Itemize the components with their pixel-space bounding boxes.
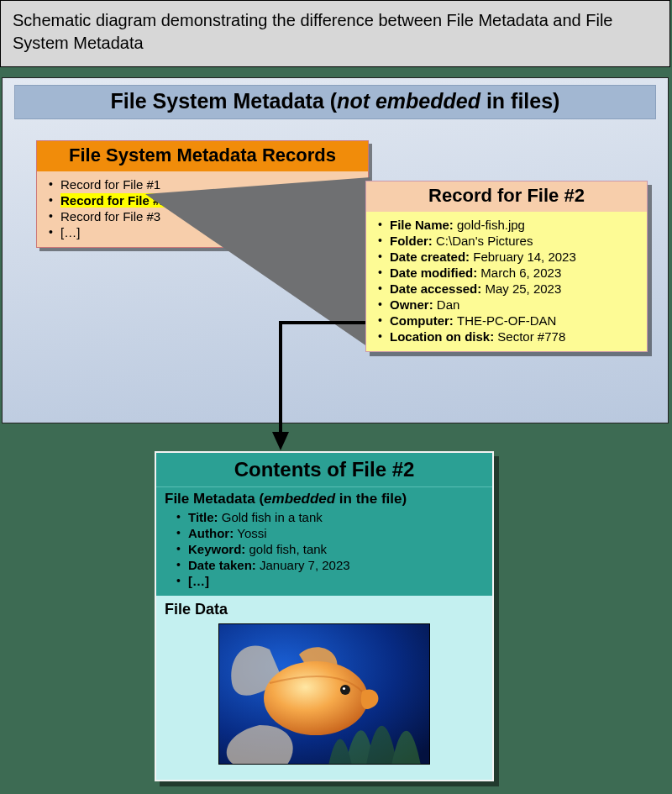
file-meta-field: […] xyxy=(175,573,484,589)
detail-field: Date modified: March 6, 2023 xyxy=(376,265,640,281)
file-meta-field: Author: Yossi xyxy=(175,525,484,541)
file-meta-field: Date taken: January 7, 2023 xyxy=(175,557,484,573)
detail-field: File Name: gold-fish.jpg xyxy=(376,217,640,233)
caption-text: Schematic diagram demonstrating the diff… xyxy=(13,11,612,52)
file-contents-box: Contents of File #2 File Metadata (embed… xyxy=(155,451,494,781)
file-metadata-body: Title: Gold fish in a tankAuthor: YossiK… xyxy=(156,509,492,596)
diagram-caption: Schematic diagram demonstrating the diff… xyxy=(0,0,670,67)
svg-point-3 xyxy=(264,661,368,735)
svg-point-4 xyxy=(340,685,350,695)
file-metadata-header: File Metadata (embedded in the file) xyxy=(156,487,492,509)
detail-field: Computer: THE-PC-OF-DAN xyxy=(376,313,640,329)
records-list-box: File System Metadata Records Record for … xyxy=(36,140,369,248)
file-meta-field: Keyword: gold fish, tank xyxy=(175,541,484,557)
record-item: Record for File #2 xyxy=(49,192,363,208)
file-contents-top: Contents of File #2 File Metadata (embed… xyxy=(156,453,492,596)
record-item: […] xyxy=(49,224,363,240)
filesystem-panel-title: File System Metadata (not embedded in fi… xyxy=(14,85,656,119)
record-detail-header: Record for File #2 xyxy=(366,181,647,212)
file-contents-title: Contents of File #2 xyxy=(156,453,492,487)
record-item: Record for File #3 xyxy=(49,208,363,224)
detail-field: Folder: C:\Dan's Pictures xyxy=(376,233,640,249)
detail-field: Date accessed: May 25, 2023 xyxy=(376,281,640,297)
filesystem-metadata-panel: File System Metadata (not embedded in fi… xyxy=(2,77,669,423)
records-header: File System Metadata Records xyxy=(37,141,368,171)
records-body: Record for File #1Record for File #2Reco… xyxy=(37,171,368,247)
record-item-highlight: Record for File #2 xyxy=(60,193,167,208)
file-data-section: File Data xyxy=(156,596,492,780)
record-item: Record for File #1 xyxy=(49,176,363,192)
svg-point-5 xyxy=(343,687,345,690)
file-data-label: File Data xyxy=(165,601,484,623)
detail-field: Owner: Dan xyxy=(376,297,640,313)
svg-marker-1 xyxy=(272,432,289,450)
record-detail-box: Record for File #2 File Name: gold-fish.… xyxy=(365,181,648,352)
detail-field: Date created: February 14, 2023 xyxy=(376,249,640,265)
file-meta-field: Title: Gold fish in a tank xyxy=(175,509,484,525)
file-data-image xyxy=(218,623,430,765)
record-detail-body: File Name: gold-fish.jpgFolder: C:\Dan's… xyxy=(366,212,647,351)
detail-field: Location on disk: Sector #778 xyxy=(376,329,640,344)
